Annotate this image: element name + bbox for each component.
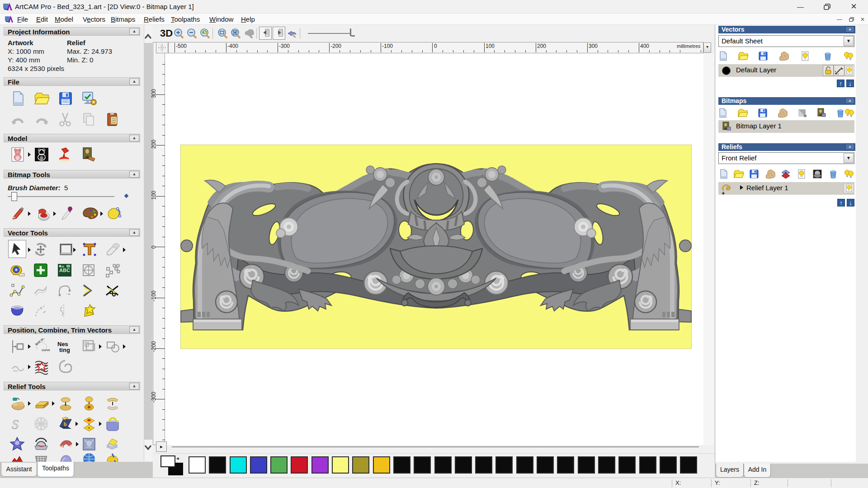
- svg-text:ABC: ABC: [59, 267, 70, 273]
- svg-text:curve: curve: [42, 348, 50, 352]
- svg-text:S: S: [12, 417, 19, 432]
- svg-text:ting: ting: [59, 347, 70, 353]
- svg-text:b: b: [64, 421, 67, 427]
- svg-text:text on: text on: [34, 338, 45, 347]
